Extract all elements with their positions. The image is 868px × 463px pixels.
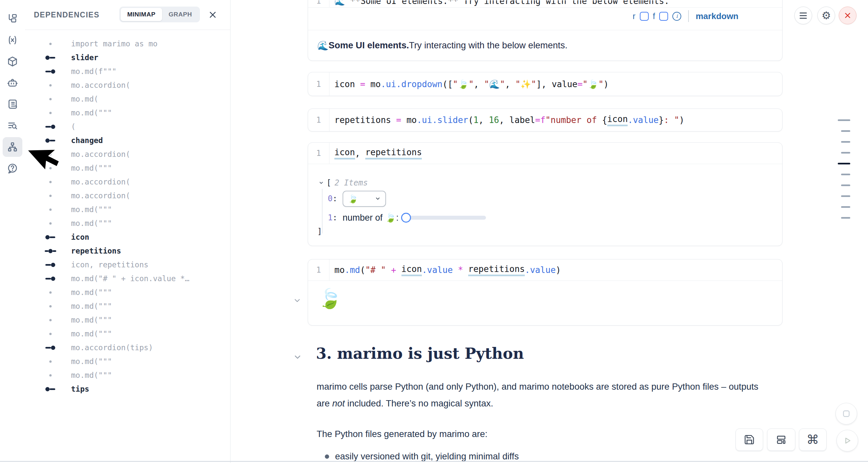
fstring-toggle-checkbox[interactable] [659,12,668,21]
scroll-mark[interactable] [841,206,850,208]
sidebar-item-scratchpad[interactable] [3,94,22,114]
command-icon: ⌘ [807,432,819,447]
cell-edge-icon [42,249,59,253]
minimap-item[interactable]: mo.md(""" [25,313,230,327]
tree-open-bracket: [ [327,178,331,187]
minimap-item[interactable]: ( [25,120,230,133]
cell-dot-icon [42,305,59,307]
notebook-menu-button[interactable] [794,7,812,24]
sidebar-item-packages[interactable] [3,52,22,71]
scroll-mark[interactable] [841,184,850,186]
panel-header: DEPENDENCIES MINIMAP GRAPH [25,0,230,30]
minimap-item[interactable]: mo.accordion( [25,189,230,203]
slider-def-code[interactable]: repetitions = mo.ui.slider(1, 16, label=… [329,109,782,131]
minimap-item[interactable]: mo.md(""" [25,368,230,382]
tab-minimap[interactable]: MINIMAP [121,8,162,21]
minimap-item-label: mo.md(""" [71,357,112,366]
minimap-item[interactable]: tips [25,382,230,396]
toolbar-divider [688,10,689,22]
cell-edge-icon [42,56,59,60]
minimap-item-label: mo.accordion( [71,81,130,89]
sidebar-item-help[interactable] [3,158,22,178]
tuple-code[interactable]: icon, repetitions [329,143,782,164]
tree-row-0: 0 : 🍃 [328,191,386,207]
sidebar-item-file-explorer[interactable] [3,9,22,29]
cell-dot-icon [42,291,59,294]
language-mode-button[interactable]: markdown [696,11,739,21]
minimap-item[interactable]: repetitions [25,244,230,258]
minimap-item[interactable]: mo.accordion( [25,175,230,189]
repetitions-slider-widget[interactable] [401,213,486,223]
layout-icon [776,434,787,445]
minimap-item[interactable]: mo.md(f""" [25,64,230,78]
minimap-item[interactable]: mo.md(""" [25,161,230,175]
cell-dot-icon [42,209,59,211]
bullet-icon [325,455,329,459]
sidebar-item-ai-assistant[interactable] [3,73,22,93]
minimap-item[interactable]: icon [25,230,230,244]
minimap-item[interactable]: mo.md("# " + icon.value *… [25,272,230,285]
list-item: easily versioned with git, yielding mini… [325,451,519,462]
minimap-item[interactable]: mo.md( [25,92,230,106]
slider-track[interactable] [406,216,486,220]
chevron-down-icon [375,196,381,202]
save-button[interactable] [736,429,763,451]
minimap-item[interactable]: slider [25,51,230,64]
stop-button[interactable] [835,403,857,425]
md-result-code[interactable]: mo.md("# " + icon.value * repetitions.va… [329,259,782,280]
stop-icon [842,409,850,418]
minimap-item[interactable]: mo.accordion(tips) [25,341,230,354]
scroll-mark[interactable] [841,152,850,154]
scroll-mark[interactable] [841,141,850,143]
cell-collapse-chevron[interactable] [293,296,302,305]
sidebar-item-dependencies[interactable] [3,137,22,157]
scroll-mark[interactable] [841,174,850,175]
sidebar-item-snippets[interactable] [3,116,22,135]
robot-icon [7,77,18,89]
section-collapse-chevron[interactable] [293,352,302,362]
minimap-item[interactable]: mo.md(""" [25,106,230,120]
minimap-item[interactable]: icon, repetitions [25,258,230,272]
panel-title: DEPENDENCIES [34,10,99,20]
scroll-mark[interactable] [841,130,850,132]
sidebar-item-variables[interactable] [3,30,22,50]
minimap-item[interactable]: mo.md(""" [25,203,230,216]
command-palette-button[interactable]: ⌘ [799,429,827,451]
minimap-item[interactable]: changed [25,133,230,147]
tab-graph[interactable]: GRAPH [162,8,198,21]
minimap-item[interactable]: mo.md(""" [25,354,230,368]
md-intro-editor-clipped[interactable]: 1 🌊 **Some UI elements.** Try interactin… [308,0,782,7]
run-button[interactable] [836,430,858,452]
minimap-item-label: slider [71,53,98,62]
panel-close-button[interactable] [208,10,218,20]
minimap-item[interactable]: import marimo as mo [25,37,230,51]
settings-button[interactable]: ⚙ [817,7,835,24]
scroll-mark[interactable] [841,195,850,197]
scroll-mark-active[interactable] [838,163,850,164]
dropdown-selected-value: 🍃 [348,194,358,204]
minimap-item[interactable]: mo.accordion( [25,147,230,161]
scroll-mark[interactable] [841,217,850,219]
md-intro-source[interactable]: 🌊 **Some UI elements.** Try interacting … [329,0,782,7]
info-icon[interactable]: i [672,12,681,21]
minimap-item-label: icon [71,233,89,241]
cell-edge-icon [42,235,59,239]
minimap-item-label: repetitions [71,247,121,255]
markdown-toolbar: r f i markdown [632,9,739,23]
minimap-item-label: mo.md(""" [71,164,112,172]
minimap-item[interactable]: mo.md(""" [25,216,230,230]
cell-edge-icon [42,69,59,74]
minimap-item[interactable]: mo.accordion( [25,78,230,92]
minimap-item[interactable]: mo.md(""" [25,299,230,313]
layout-toggle-button[interactable] [767,429,795,451]
minimap-item[interactable]: mo.md(""" [25,285,230,299]
minimap-item[interactable]: mo.md(""" [25,327,230,341]
shutdown-button[interactable] [839,7,857,24]
icon-dropdown-widget[interactable]: 🍃 [343,191,386,207]
slider-thumb[interactable] [401,213,411,223]
minimap-item-label: mo.md(""" [71,219,112,227]
dropdown-def-code[interactable]: icon = mo.ui.dropdown(["🍃", "🌊", "✨"], v… [329,72,782,96]
scroll-mark[interactable] [838,119,850,121]
tree-collapse-icon[interactable] [319,180,324,185]
raw-toggle-checkbox[interactable] [640,12,649,21]
